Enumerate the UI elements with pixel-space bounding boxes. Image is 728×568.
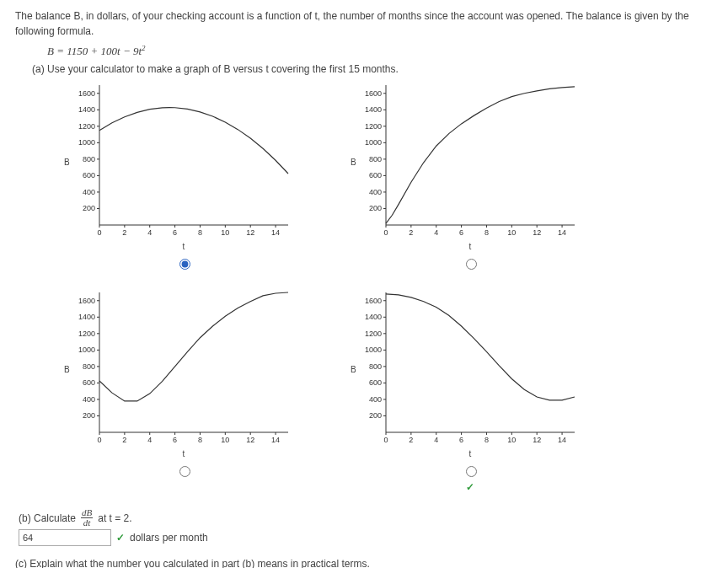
svg-text:8: 8 xyxy=(484,436,489,444)
chart-option-3: B200400600800100012001400160002468101214… xyxy=(361,287,580,491)
chart-option-2: B200400600800100012001400160002468101214… xyxy=(74,287,293,491)
svg-text:600: 600 xyxy=(369,172,382,180)
formula: B = 1150 + 100t − 9t2 xyxy=(47,44,713,58)
svg-text:0: 0 xyxy=(97,436,101,444)
svg-text:200: 200 xyxy=(369,205,382,213)
svg-text:1400: 1400 xyxy=(365,106,382,115)
svg-text:6: 6 xyxy=(459,436,463,444)
svg-text:200: 200 xyxy=(83,412,95,421)
svg-text:800: 800 xyxy=(83,155,95,163)
problem-intro: The balance B, in dollars, of your check… xyxy=(15,8,713,39)
graph-option-radio-1[interactable] xyxy=(466,259,477,270)
svg-text:14: 14 xyxy=(558,228,566,237)
svg-text:200: 200 xyxy=(83,205,95,213)
y-axis-label: B xyxy=(64,158,70,167)
svg-text:14: 14 xyxy=(271,436,280,444)
part-a-label: (a) Use your calculator to make a graph … xyxy=(32,63,713,75)
svg-text:0: 0 xyxy=(97,228,101,237)
svg-text:1200: 1200 xyxy=(365,330,382,338)
chart-option-0: B200400600800100012001400160002468101214… xyxy=(74,80,293,284)
x-axis-label: t xyxy=(183,242,185,251)
svg-text:800: 800 xyxy=(369,155,382,163)
svg-text:600: 600 xyxy=(83,379,95,388)
part-b-units: dollars per month xyxy=(130,532,208,544)
svg-text:2: 2 xyxy=(409,228,413,237)
svg-text:6: 6 xyxy=(459,228,463,237)
svg-text:4: 4 xyxy=(147,436,152,444)
svg-text:2: 2 xyxy=(409,436,413,444)
svg-text:10: 10 xyxy=(507,436,516,444)
svg-text:10: 10 xyxy=(507,228,516,237)
svg-text:8: 8 xyxy=(198,436,202,444)
check-icon: ✓ xyxy=(116,532,125,544)
svg-text:10: 10 xyxy=(221,228,229,237)
svg-text:1000: 1000 xyxy=(365,346,382,355)
svg-text:4: 4 xyxy=(434,436,438,444)
svg-text:2: 2 xyxy=(122,228,126,237)
svg-text:1600: 1600 xyxy=(78,297,95,305)
svg-text:800: 800 xyxy=(83,362,95,371)
svg-text:12: 12 xyxy=(246,436,254,444)
svg-text:1600: 1600 xyxy=(78,89,95,98)
svg-text:12: 12 xyxy=(246,228,254,237)
svg-text:14: 14 xyxy=(558,436,566,444)
svg-text:1000: 1000 xyxy=(78,139,95,147)
svg-text:400: 400 xyxy=(83,395,95,404)
svg-text:8: 8 xyxy=(198,228,202,237)
svg-text:1400: 1400 xyxy=(365,313,382,322)
graph-option-radio-3[interactable] xyxy=(466,466,477,477)
part-c-label: (c) Explain what the number you calculat… xyxy=(15,558,713,568)
part-b-label: (b) Calculate dB dt at t = 2. xyxy=(19,508,713,528)
svg-text:2: 2 xyxy=(122,436,126,444)
part-b-answer-input[interactable]: 64 xyxy=(19,529,111,546)
svg-text:0: 0 xyxy=(383,228,388,237)
svg-text:1200: 1200 xyxy=(365,122,382,131)
x-axis-label: t xyxy=(469,242,472,251)
svg-text:400: 400 xyxy=(369,395,382,404)
svg-text:1400: 1400 xyxy=(78,313,95,322)
svg-text:600: 600 xyxy=(369,379,382,388)
graph-option-radio-0[interactable] xyxy=(179,259,190,270)
svg-text:400: 400 xyxy=(83,188,95,196)
svg-text:12: 12 xyxy=(533,228,541,237)
y-axis-label: B xyxy=(64,365,70,374)
svg-text:1000: 1000 xyxy=(365,139,382,147)
x-axis-label: t xyxy=(469,449,472,458)
check-icon: ✓ xyxy=(466,481,474,493)
y-axis-label: B xyxy=(351,365,356,374)
graph-option-radio-2[interactable] xyxy=(179,466,190,477)
svg-text:10: 10 xyxy=(221,436,229,444)
y-axis-label: B xyxy=(351,158,356,167)
svg-text:400: 400 xyxy=(369,188,382,196)
svg-text:6: 6 xyxy=(173,436,177,444)
chart-option-1: B200400600800100012001400160002468101214… xyxy=(361,80,580,284)
svg-text:14: 14 xyxy=(271,228,280,237)
svg-text:1400: 1400 xyxy=(78,106,95,115)
svg-text:1000: 1000 xyxy=(78,346,95,355)
svg-text:8: 8 xyxy=(484,228,489,237)
svg-text:0: 0 xyxy=(383,436,388,444)
x-axis-label: t xyxy=(183,449,185,458)
svg-text:4: 4 xyxy=(434,228,438,237)
svg-text:12: 12 xyxy=(533,436,541,444)
svg-text:1600: 1600 xyxy=(365,297,382,305)
svg-text:6: 6 xyxy=(173,228,177,237)
svg-text:600: 600 xyxy=(83,172,95,180)
svg-text:4: 4 xyxy=(147,228,152,237)
svg-text:800: 800 xyxy=(369,362,382,371)
svg-text:200: 200 xyxy=(369,412,382,421)
svg-text:1600: 1600 xyxy=(365,89,382,98)
svg-text:1200: 1200 xyxy=(78,330,95,338)
svg-text:1200: 1200 xyxy=(78,122,95,131)
